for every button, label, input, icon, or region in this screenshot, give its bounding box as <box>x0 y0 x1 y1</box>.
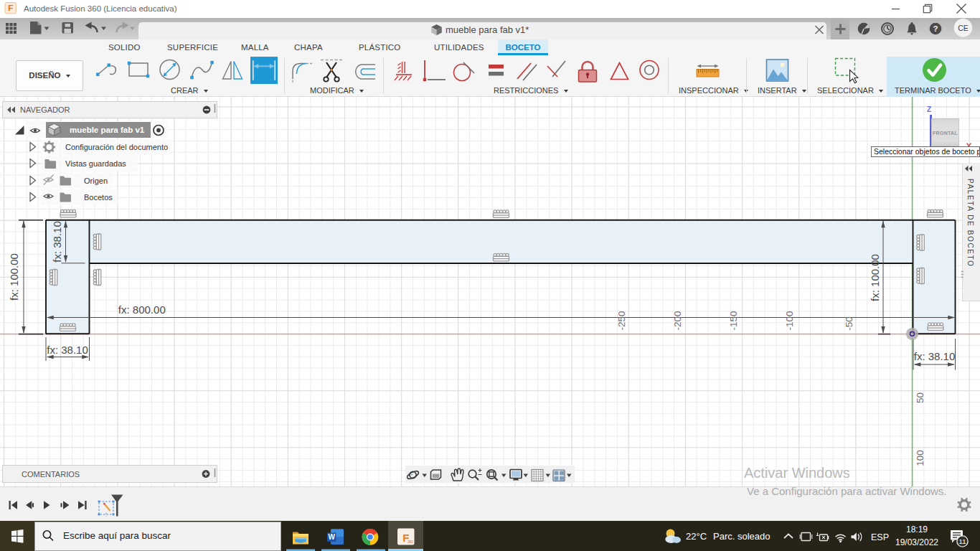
svg-text:fx: 38.10: fx: 38.10 <box>47 344 88 356</box>
svg-text:fx: 100.00: fx: 100.00 <box>869 254 881 301</box>
svg-text:100: 100 <box>915 450 925 466</box>
svg-text:50: 50 <box>915 392 925 403</box>
svg-text:-200: -200 <box>672 311 683 330</box>
svg-text:fx: 38.10: fx: 38.10 <box>51 221 63 263</box>
svg-text:-150: -150 <box>728 311 739 330</box>
svg-text:-50: -50 <box>844 316 854 331</box>
svg-text:-250: -250 <box>616 311 627 330</box>
svg-text:fx: 100.00: fx: 100.00 <box>8 253 20 301</box>
svg-text:-100: -100 <box>784 311 795 330</box>
svg-text:fx: 38.10: fx: 38.10 <box>914 350 956 362</box>
svg-text:fx: 800.00: fx: 800.00 <box>118 303 166 316</box>
